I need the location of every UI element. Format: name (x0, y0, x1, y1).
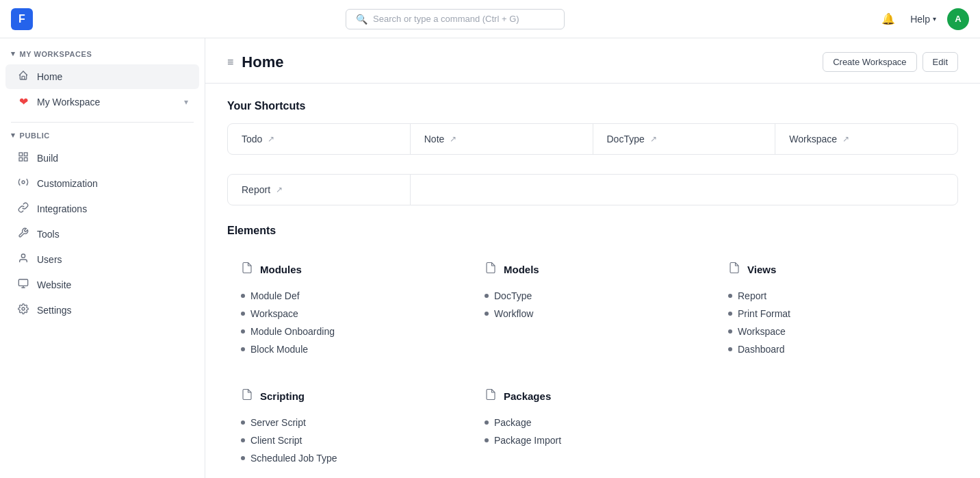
element-card-modules: Modules Module Def Workspace Module Onbo… (227, 248, 471, 375)
shortcut-workspace-label: Workspace (789, 134, 837, 144)
search-placeholder-text: Search or type a command (Ctrl + G) (373, 14, 519, 24)
svg-point-4 (22, 181, 25, 184)
list-item[interactable]: Dashboard (728, 340, 944, 358)
list-item[interactable]: Report (728, 287, 944, 305)
create-workspace-button[interactable]: Create Workspace (823, 52, 916, 72)
bullet (485, 294, 489, 298)
shortcut-workspace[interactable]: Workspace ↗ (775, 124, 957, 154)
bullet (241, 438, 245, 442)
shortcut-doctype-arrow: ↗ (650, 134, 657, 144)
sidebar-item-users-label: Users (37, 254, 62, 265)
shortcut-report[interactable]: Report ↗ (228, 175, 411, 205)
shortcut-report-label: Report (242, 184, 270, 195)
sidebar-item-settings[interactable]: Settings (5, 298, 199, 323)
svg-rect-1 (24, 153, 27, 156)
search-bar[interactable]: 🔍 Search or type a command (Ctrl + G) (346, 9, 565, 29)
packages-list: Package Package Import (485, 414, 701, 449)
main-content: ≡ Home Create Workspace Edit Your Shortc… (205, 38, 980, 478)
shortcut-note-arrow: ↗ (450, 134, 456, 144)
app-logo[interactable]: F (11, 8, 33, 30)
sidebar-item-tools-label: Tools (37, 229, 60, 240)
shortcut-workspace-arrow: ↗ (842, 134, 849, 144)
elements-title: Elements (227, 225, 958, 237)
packages-title-label: Packages (504, 390, 551, 402)
element-card-packages-title: Packages (485, 388, 701, 404)
packages-doc-icon (485, 388, 497, 404)
public-section[interactable]: ▾ PUBLIC (0, 131, 205, 145)
bullet (485, 438, 489, 442)
sidebar: ▾ MY WORKSPACES Home ❤ My Workspace ▾ ▾ … (0, 38, 205, 478)
bullet (241, 420, 245, 425)
sidebar-item-customization-label: Customization (37, 178, 98, 189)
sidebar-item-integrations[interactable]: Integrations (5, 197, 199, 221)
list-item[interactable]: Package Import (485, 431, 701, 449)
search-icon: 🔍 (356, 14, 368, 25)
sidebar-divider (11, 122, 194, 123)
avatar[interactable]: A (947, 8, 969, 30)
sidebar-item-build[interactable]: Build (5, 146, 199, 171)
elements-grid: Modules Module Def Workspace Module Onbo… (227, 248, 958, 478)
bullet (241, 456, 245, 460)
chevron-down-icon: ▾ (11, 49, 16, 58)
shortcuts-empty (411, 175, 958, 205)
sidebar-item-website[interactable]: Website (5, 273, 199, 297)
website-icon (16, 278, 30, 292)
sidebar-item-home[interactable]: Home (5, 64, 199, 89)
shortcut-todo[interactable]: Todo ↗ (228, 124, 411, 154)
my-workspaces-section[interactable]: ▾ MY WORKSPACES (0, 49, 205, 64)
shortcut-doctype[interactable]: DocType ↗ (593, 124, 776, 154)
sidebar-item-website-label: Website (37, 279, 71, 290)
shortcut-todo-arrow: ↗ (268, 134, 274, 144)
element-card-packages: Packages Package Package Import (471, 375, 714, 478)
sidebar-item-users[interactable]: Users (5, 247, 199, 272)
list-item[interactable]: Package (485, 414, 701, 431)
element-card-models-title: Models (485, 262, 701, 277)
sidebar-item-tools[interactable]: Tools (5, 222, 199, 247)
notifications-button[interactable]: 🔔 (877, 8, 899, 30)
svg-rect-0 (19, 153, 23, 156)
list-item[interactable]: Module Def (241, 287, 457, 305)
list-item[interactable]: Scheduled Job Type (241, 449, 457, 467)
bullet (485, 420, 489, 425)
shortcut-report-arrow: ↗ (276, 185, 283, 194)
element-card-scripting: Scripting Server Script Client Script Sc… (227, 375, 471, 478)
list-item[interactable]: Client Script (241, 431, 457, 449)
svg-rect-3 (19, 158, 23, 161)
edit-button[interactable]: Edit (923, 52, 958, 72)
sidebar-item-customization[interactable]: Customization (5, 171, 199, 196)
modules-title-label: Modules (260, 264, 302, 275)
list-item[interactable]: Print Format (728, 305, 944, 323)
list-item[interactable]: Workspace (728, 323, 944, 340)
sidebar-item-home-label: Home (37, 71, 62, 82)
shortcuts-row: Todo ↗ Note ↗ DocType ↗ Works (227, 123, 958, 155)
shortcuts-row-2: Report ↗ (227, 174, 958, 205)
bullet (241, 347, 245, 351)
element-card-models: Models DocType Workflow (471, 248, 714, 375)
expand-my-workspace-icon[interactable]: ▾ (184, 97, 199, 107)
shortcuts-title: Your Shortcuts (227, 100, 958, 112)
list-item[interactable]: Block Module (241, 340, 457, 358)
hamburger-icon[interactable]: ≡ (227, 56, 233, 68)
sidebar-item-my-workspace[interactable]: ❤ My Workspace (5, 90, 184, 114)
list-item[interactable]: Workflow (485, 305, 701, 323)
list-item[interactable]: Module Onboarding (241, 323, 457, 340)
page-title: Home (242, 53, 283, 71)
bullet (485, 312, 489, 316)
home-icon (16, 70, 30, 84)
navbar-right: 🔔 Help ▾ A (877, 8, 969, 30)
sidebar-item-my-workspace-row: ❤ My Workspace ▾ (5, 90, 199, 114)
navbar-center: 🔍 Search or type a command (Ctrl + G) (33, 9, 877, 29)
views-doc-icon (728, 262, 740, 277)
help-button[interactable]: Help ▾ (910, 14, 936, 25)
models-list: DocType Workflow (485, 287, 701, 323)
build-icon (16, 151, 30, 165)
list-item[interactable]: Server Script (241, 414, 457, 431)
list-item[interactable]: Workspace (241, 305, 457, 323)
list-item[interactable]: DocType (485, 287, 701, 305)
bullet (728, 347, 732, 351)
help-label: Help (910, 14, 930, 25)
chevron-down-icon-public: ▾ (11, 131, 16, 140)
sidebar-item-integrations-label: Integrations (37, 203, 87, 214)
shortcut-note[interactable]: Note ↗ (411, 124, 593, 154)
views-list: Report Print Format Workspace Dashboard (728, 287, 944, 358)
